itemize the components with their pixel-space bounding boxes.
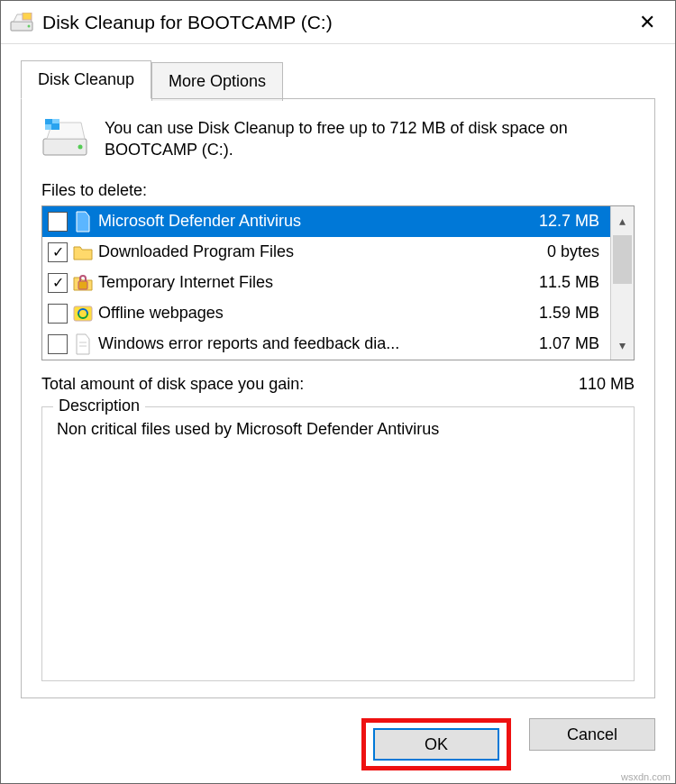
description-legend: Description xyxy=(53,397,145,415)
item-name: Microsoft Defender Antivirus xyxy=(98,212,513,231)
close-button[interactable]: ✕ xyxy=(630,5,664,40)
total-label: Total amount of disk space you gain: xyxy=(41,375,304,394)
list-item[interactable]: Microsoft Defender Antivirus12.7 MB xyxy=(42,206,610,237)
cancel-button[interactable]: Cancel xyxy=(529,718,655,751)
file-type-icon xyxy=(73,271,93,295)
tab-more-options[interactable]: More Options xyxy=(151,62,283,101)
total-value: 110 MB xyxy=(579,375,635,394)
item-name: Offline webpages xyxy=(98,304,513,323)
window-title: Disk Cleanup for BOOTCAMP (C:) xyxy=(42,12,630,33)
close-icon: ✕ xyxy=(639,11,655,34)
titlebar: Disk Cleanup for BOOTCAMP (C:) ✕ xyxy=(1,1,675,44)
item-size: 11.5 MB xyxy=(518,273,599,292)
item-size: 1.07 MB xyxy=(518,334,599,353)
intro-text: You can use Disk Cleanup to free up to 7… xyxy=(105,117,635,161)
drive-icon xyxy=(41,117,88,159)
item-size: 0 bytes xyxy=(518,242,599,261)
file-type-icon xyxy=(73,210,93,233)
list-item[interactable]: Temporary Internet Files11.5 MB xyxy=(42,268,610,298)
tab-disk-cleanup[interactable]: Disk Cleanup xyxy=(21,60,151,99)
disk-cleanup-dialog: Disk Cleanup for BOOTCAMP (C:) ✕ Disk Cl… xyxy=(0,0,676,784)
dialog-buttons: OK Cancel xyxy=(1,709,675,783)
intro-row: You can use Disk Cleanup to free up to 7… xyxy=(41,117,635,161)
item-name: Downloaded Program Files xyxy=(98,242,513,261)
description-text: Non critical files used by Microsoft Def… xyxy=(57,420,619,439)
tab-panel-cleanup: You can use Disk Cleanup to free up to 7… xyxy=(21,98,655,698)
total-row: Total amount of disk space you gain: 110… xyxy=(41,375,635,394)
svg-rect-6 xyxy=(45,119,51,123)
files-to-delete-label: Files to delete: xyxy=(41,181,635,200)
files-list: Microsoft Defender Antivirus12.7 MBDownl… xyxy=(41,205,635,360)
scroll-up-icon[interactable]: ▴ xyxy=(611,206,634,235)
ok-button[interactable]: OK xyxy=(373,728,499,761)
checkbox[interactable] xyxy=(48,212,68,232)
svg-rect-2 xyxy=(23,13,32,20)
description-group: Description Non critical files used by M… xyxy=(41,406,635,681)
tabs: Disk Cleanup More Options xyxy=(21,60,655,99)
list-item[interactable]: Downloaded Program Files0 bytes xyxy=(42,237,610,268)
scrollbar[interactable]: ▴ ▾ xyxy=(610,206,634,360)
scroll-track[interactable] xyxy=(611,284,634,331)
item-size: 12.7 MB xyxy=(518,212,599,231)
ok-highlight: OK xyxy=(361,718,511,770)
file-type-icon xyxy=(73,241,93,264)
watermark: wsxdn.com xyxy=(621,771,671,782)
checkbox[interactable] xyxy=(48,304,68,324)
checkbox[interactable] xyxy=(48,334,68,354)
item-size: 1.59 MB xyxy=(518,304,599,323)
scroll-down-icon[interactable]: ▾ xyxy=(611,331,634,360)
svg-rect-9 xyxy=(52,124,59,130)
svg-rect-7 xyxy=(52,119,59,123)
list-item[interactable]: Windows error reports and feedback dia..… xyxy=(42,329,610,360)
svg-rect-8 xyxy=(45,124,51,130)
item-name: Windows error reports and feedback dia..… xyxy=(98,334,513,353)
checkbox[interactable] xyxy=(48,273,68,293)
checkbox[interactable] xyxy=(48,242,68,262)
svg-point-1 xyxy=(28,24,31,27)
list-item[interactable]: Offline webpages1.59 MB xyxy=(42,298,610,329)
file-type-icon xyxy=(73,333,93,356)
svg-point-4 xyxy=(78,145,83,150)
client-area: Disk Cleanup More Options xyxy=(1,44,675,709)
drive-cleanup-icon xyxy=(10,13,33,32)
file-type-icon xyxy=(73,302,93,325)
svg-rect-10 xyxy=(78,281,87,289)
item-name: Temporary Internet Files xyxy=(98,273,513,292)
scroll-thumb[interactable] xyxy=(613,235,632,284)
